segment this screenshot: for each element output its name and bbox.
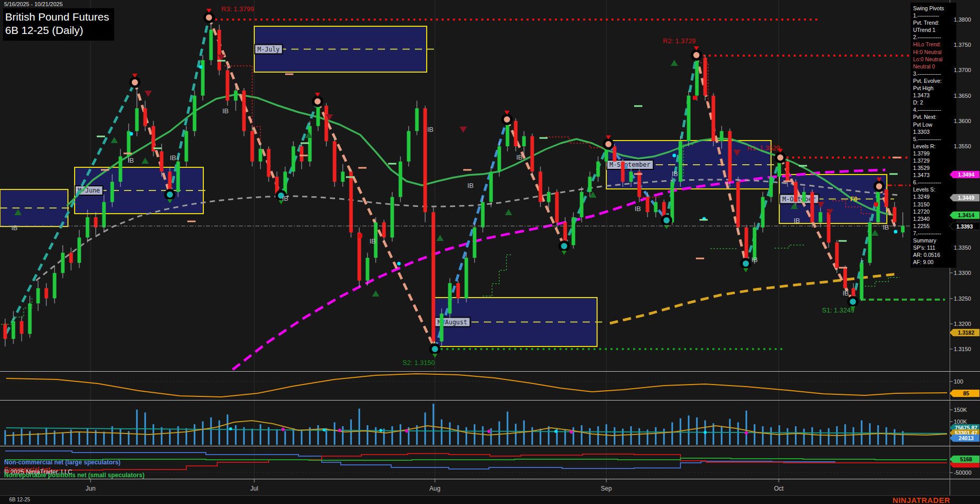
swing-pivots-line: 1.3529: [913, 164, 956, 171]
volume-cyan-dot: [379, 429, 382, 432]
ib-label: IB: [370, 237, 376, 245]
ib-label: IB: [282, 195, 288, 202]
swing-pivots-line: SP's: 111: [913, 244, 956, 251]
up-triangle-marker: [671, 60, 678, 66]
time-axis-month-label: Aug: [429, 485, 440, 492]
legend-nonreportable: Nonreportable positions net (small specu…: [4, 472, 145, 479]
swing-pivots-line: Lo:0 Neutral: [913, 56, 956, 63]
chart-title-line2: 6B 12-25 (Daily): [5, 24, 109, 37]
cyan-dot-marker: [130, 132, 133, 136]
time-axis-month-label: Oct: [774, 485, 784, 492]
status-bar: 6B 12-25 NINJATRADER: [0, 495, 980, 504]
price-tag: 1.3414: [950, 212, 979, 219]
ninjatrader-logo: NINJATRADER: [892, 496, 950, 504]
pivot-level-label: R2: 1.3729: [663, 37, 696, 45]
down-triangle-marker: [460, 127, 467, 133]
price-axis-label: 1.3550: [954, 143, 971, 149]
ib-label: IB: [794, 217, 800, 224]
cyan-dot-marker: [199, 65, 203, 69]
ib-label: IB: [427, 126, 433, 133]
monthly-range-box: [0, 189, 75, 227]
price-axis-label: 1.3650: [954, 93, 971, 99]
price-axis-label: 1.3600: [954, 118, 971, 124]
price-axis-label: 1.3250: [954, 296, 971, 302]
ib-label: IB: [170, 154, 176, 162]
swing-high-marker: [503, 111, 512, 124]
volume-layer: [5, 404, 904, 445]
swing-pivots-line: Swing Pivots: [913, 5, 956, 12]
red-square-marker: [874, 202, 878, 206]
swing-high-marker: [131, 74, 139, 87]
swing-pivots-line: D: 2: [913, 99, 956, 106]
price-axis-label: 100: [954, 378, 963, 385]
ib-label: IB: [11, 224, 18, 232]
legend-noncommercial: Non-commercial net (large speculators): [4, 459, 120, 466]
up-triangle-marker: [871, 230, 879, 236]
price-tag: 1.3182: [950, 329, 979, 337]
swing-pivots-line: 2.-------------: [913, 33, 956, 41]
date-range: 5/16/2025 - 10/21/2025: [4, 1, 63, 7]
swing-pivots-line: 3.-------------: [913, 70, 956, 77]
svg-text:M-September: M-September: [609, 161, 650, 168]
time-axis-month-label: Jul: [250, 485, 258, 492]
cyan-dot-marker: [673, 154, 676, 158]
cot-nonreportable-line: [5, 458, 947, 460]
swing-zigzag-leg: [564, 144, 608, 246]
price-axis-label: 1.3200: [954, 321, 971, 327]
volume-magenta-diamond: [338, 428, 342, 432]
up-triangle-marker: [436, 235, 444, 241]
swing-pivots-line: 1.2720: [913, 208, 956, 215]
volume-teal-line: [6, 428, 947, 433]
ib-label: IB: [883, 223, 889, 231]
red-square-marker: [358, 234, 362, 238]
swing-pivots-panel: Swing Pivots1.------------Pvt. Trend:UTr…: [911, 3, 956, 268]
ib-label: IB: [672, 170, 678, 178]
up-triangle-marker: [372, 290, 379, 297]
swing-pivots-line: AF: 9.00: [913, 258, 956, 266]
up-triangle-marker: [142, 158, 149, 164]
swing-pivots-line: 1.3303: [913, 128, 956, 135]
orange-index-line: [6, 374, 947, 397]
down-triangle-marker: [145, 91, 152, 97]
time-axis-month-label: Sep: [601, 485, 611, 492]
cyan-dot-marker: [397, 262, 401, 266]
chart-window: M-June M-July M-August M-September M-Oct…: [0, 0, 980, 504]
swing-pivots-line: Summary: [913, 237, 956, 244]
ib-label: IB: [467, 182, 474, 189]
swing-pivots-line: AR: 0.0516: [913, 251, 956, 258]
swing-pivots-line: Hi:0 Neutral: [913, 48, 956, 56]
f0-label: F0: [850, 196, 857, 203]
green-step-line: [775, 245, 804, 248]
chart-title-line1: British Pound Futures: [5, 10, 109, 24]
volume-magenta-diamond: [281, 427, 285, 431]
swing-pivots-line: 1.3473: [913, 171, 956, 179]
swing-pivots-line: 1.2340: [913, 215, 956, 222]
red-square-marker: [693, 96, 697, 100]
volume-cyan-dot: [323, 428, 326, 431]
swing-low-marker: [560, 242, 569, 255]
volume-magenta-diamond: [744, 431, 748, 435]
swing-pivots-line: UTrend 1: [913, 26, 956, 33]
price-tag: 24013: [950, 435, 979, 442]
ib-label: IB: [516, 153, 522, 161]
pivot-level-label: S2: 1.3150: [402, 359, 435, 367]
price-axis-label: 1.3750: [954, 42, 971, 48]
price-tag: 1.3393: [950, 222, 979, 230]
price-axis-label: 1.3350: [954, 245, 971, 251]
price-axis-label: 150K: [954, 407, 967, 413]
swing-pivots-line: Pvt. Evolve:: [913, 77, 956, 84]
green-step-line: [483, 255, 513, 296]
price-axis-label: 100K: [954, 419, 967, 425]
swing-pivots-line: Pvt High: [913, 84, 956, 92]
price-tag: 1.3494: [950, 171, 979, 179]
green-step-line: [1, 297, 32, 324]
swing-high-marker: [205, 9, 214, 22]
swing-pivots-line: 7.-------------: [913, 230, 956, 237]
up-triangle-marker: [111, 137, 118, 143]
swing-pivots-line: 1.3150: [913, 201, 956, 208]
chart-title: British Pound Futures 6B 12-25 (Daily): [3, 8, 114, 41]
swing-high-marker: [692, 46, 701, 60]
swing-pivots-line: HiLo Trend:: [913, 41, 956, 48]
chart-canvas[interactable]: M-June M-July M-August M-September M-Oct…: [0, 0, 980, 495]
swing-pivots-line: Pvt. Next:: [913, 113, 956, 120]
